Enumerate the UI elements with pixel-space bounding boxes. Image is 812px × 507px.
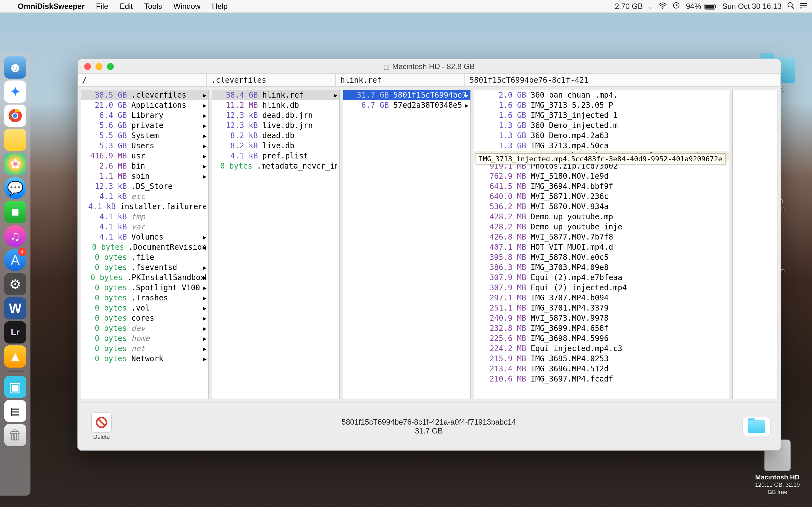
list-item[interactable]: 4.1 kBpref.plist (212, 151, 339, 161)
menu-help[interactable]: Help (206, 2, 233, 11)
list-item[interactable]: 224.2 MBEqui_injected.mp4.c3 (474, 343, 729, 354)
list-item[interactable]: 0 bytesNetwork▶ (81, 354, 208, 364)
column-3[interactable]: 31.7 GB5801f15cT6994be7▶6.7 GB57ed2a38T0… (343, 90, 471, 399)
column-5-empty[interactable] (732, 90, 777, 399)
list-item[interactable]: 1.1 MBsbin▶ (81, 171, 208, 181)
breadcrumb[interactable]: .cleverfiles (207, 74, 336, 86)
list-item[interactable]: 38.4 GBhlink.ref▶ (212, 90, 339, 100)
menu-file[interactable]: File (90, 2, 114, 11)
list-item[interactable]: 386.3 MBIMG_3703.MP4.09e8 (474, 262, 729, 273)
list-item[interactable]: 0 bytes.file (81, 252, 208, 262)
wifi-icon[interactable] (658, 2, 667, 11)
column-2[interactable]: 38.4 GBhlink.ref▶11.2 MBhlink.db12.3 kBd… (212, 90, 340, 399)
timemachine-icon[interactable] (672, 2, 680, 11)
delete-button[interactable]: Delete (88, 412, 115, 441)
list-item[interactable]: 4.1 kBtmp (81, 212, 208, 222)
list-item[interactable]: 641.5 MBIMG_3694.MP4.bbf9f (474, 181, 729, 191)
list-item[interactable]: 8.2 kBlive.db (212, 141, 339, 151)
list-item[interactable]: 2.6 MBbin▶ (81, 161, 208, 171)
list-item[interactable]: 5.3 GBUsers▶ (81, 141, 208, 151)
list-item[interactable]: 0 bytes.Trashes▶ (81, 293, 208, 303)
list-item[interactable]: 407.1 MBHOT VIT MUOI.mp4.d (474, 242, 729, 252)
dock-trash[interactable]: 🗑 (4, 424, 26, 446)
list-item[interactable]: 6.4 GBLibrary▶ (81, 110, 208, 120)
menu-window[interactable]: Window (168, 2, 206, 11)
list-item[interactable]: 1.3 GB360 Demo_injected.m (474, 120, 729, 130)
list-item[interactable]: 12.3 kBlive.db.jrn (212, 120, 339, 130)
dock-omnidisksweeper[interactable]: ▲ (4, 345, 26, 368)
list-item[interactable]: 0 bytesdev▶ (81, 323, 208, 333)
list-item[interactable]: 0 bytes.Spotlight-V100▶ (81, 283, 208, 293)
list-item[interactable]: 428.2 MBDemo up youtube.mp (474, 212, 729, 222)
list-item[interactable]: 12.3 kB.DS_Store (81, 181, 208, 191)
list-item[interactable]: 307.9 MBEqui (2).mp4.e7bfeaa (474, 273, 729, 283)
list-item[interactable]: 4.1 kBetc (81, 191, 208, 202)
list-item[interactable]: 213.4 MBIMG_3696.MP4.512d (474, 364, 729, 374)
list-item[interactable]: 395.8 MBMVI_5878.MOV.e0c5 (474, 252, 729, 262)
status-storage[interactable]: 2.70 GB (615, 2, 643, 11)
list-item[interactable]: 6.7 GB57ed2a38T0348e5▶ (343, 100, 470, 110)
spotlight-icon[interactable] (787, 2, 794, 11)
breadcrumb[interactable]: hlink.ref (336, 74, 465, 86)
list-item[interactable]: 428.2 MBDemo up youtube_inje (474, 222, 729, 232)
list-item[interactable]: 5.5 GBSystem▶ (81, 130, 208, 141)
list-item[interactable]: 232.8 MBIMG_3699.MP4.658f (474, 323, 729, 333)
list-item[interactable]: 640.0 MBMVI_5871.MOV.236c (474, 191, 729, 202)
list-item[interactable]: 21.0 GBApplications▶ (81, 100, 208, 110)
list-item[interactable]: 11.2 MBhlink.db (212, 100, 339, 110)
list-item[interactable]: 297.1 MBIMG_3707.MP4.b094 (474, 293, 729, 303)
battery-indicator[interactable]: 94% (686, 2, 716, 11)
breadcrumb[interactable]: 5801f15cT6994be76-8c1f-421 (465, 74, 780, 86)
dock-lightroom[interactable]: Lr (4, 321, 26, 343)
dock-folder[interactable]: ▣ (4, 376, 26, 398)
list-item[interactable]: 536.2 MBMVI_5870.MOV.934a (474, 202, 729, 212)
app-name-menu[interactable]: OmniDiskSweeper (12, 2, 90, 11)
list-item[interactable]: 0 byteshome▶ (81, 333, 208, 343)
dock-finder[interactable]: ☻ (4, 56, 26, 78)
list-item[interactable]: 210.6 MBIMG_3697.MP4.fcadf (474, 374, 729, 384)
list-item[interactable]: 2.0 GB360 ban chuan .mp4. (474, 90, 729, 100)
list-item[interactable]: 12.3 kBdead.db.jrn (212, 110, 339, 120)
list-item[interactable]: 1.3 GBIMG_3713.mp4.50ca (474, 141, 729, 151)
list-item[interactable]: 307.9 MBEqui (2)_injected.mp4 (474, 283, 729, 293)
list-item[interactable]: 4.1 kBinstaller.failurerequests (81, 202, 208, 212)
dock-photos[interactable]: ✿ (4, 153, 26, 175)
list-item[interactable]: 4.1 kBvar (81, 222, 208, 232)
dock-safari[interactable]: ✦ (4, 80, 26, 103)
list-item[interactable]: 0 bytes.PKInstallSandboxMa▶ (81, 273, 208, 283)
list-item[interactable]: 5.6 GBprivate▶ (81, 120, 208, 130)
dock-facetime[interactable]: ■ (4, 201, 26, 223)
list-item[interactable]: 240.9 MBMVI_5873.MOV.9978 (474, 313, 729, 323)
list-item[interactable]: 426.8 MBMVI_5877.MOV.7b7f8 (474, 232, 729, 242)
reveal-in-finder-button[interactable] (743, 417, 770, 436)
list-item[interactable]: 1.6 GBIMG_3713_injected 1 (474, 110, 729, 120)
list-item[interactable]: 215.9 MBIMG_3695.MP4.0253 (474, 354, 729, 364)
dock-itunes[interactable]: ♫ (4, 225, 26, 247)
list-item[interactable]: 0 bytesnet▶ (81, 343, 208, 354)
titlebar[interactable]: ▥Macintosh HD - 82.8 GB (78, 59, 780, 74)
column-4[interactable]: 2.0 GB360 ban chuan .mp4.1.6 GBIMG_3713 … (474, 90, 729, 399)
dock-chrome[interactable] (4, 105, 26, 127)
column-1[interactable]: 38.5 GB.cleverfiles▶21.0 GBApplications▶… (81, 90, 209, 399)
dock-messages[interactable]: 💬 (4, 177, 26, 199)
list-item[interactable]: 251.1 MBIMG_3701.MP4.3379 (474, 303, 729, 313)
menu-tools[interactable]: Tools (139, 2, 168, 11)
list-item[interactable]: 0 bytes.vol▶ (81, 303, 208, 313)
menu-edit[interactable]: Edit (114, 2, 138, 11)
list-item[interactable]: 0 bytes.fseventsd▶ (81, 262, 208, 273)
list-item[interactable]: 4.1 kBVolumes▶ (81, 232, 208, 242)
dock-stack[interactable]: ▤ (4, 400, 26, 422)
bluetooth-icon[interactable]: ⌵ (648, 2, 653, 11)
list-item[interactable]: 8.2 kBdead.db (212, 130, 339, 141)
list-item[interactable]: 38.5 GB.cleverfiles▶ (81, 90, 208, 100)
list-item[interactable]: 416.9 MBusr▶ (81, 151, 208, 161)
list-item[interactable]: 0 bytes.DocumentRevisions▶ (81, 242, 208, 252)
list-item[interactable]: 1.3 GB360 Demo.mp4.2a63 (474, 130, 729, 141)
list-item[interactable]: 31.7 GB5801f15cT6994be7▶ (343, 90, 470, 100)
datetime[interactable]: Sun Oct 30 16:13 (722, 2, 781, 11)
notification-center-icon[interactable] (800, 2, 807, 11)
dock-notes[interactable] (4, 129, 26, 151)
list-item[interactable]: 0 bytes.metadata_never_inde (212, 161, 339, 171)
dock-word[interactable]: W (4, 297, 26, 320)
list-item[interactable]: 225.6 MBIMG_3698.MP4.5996 (474, 333, 729, 343)
